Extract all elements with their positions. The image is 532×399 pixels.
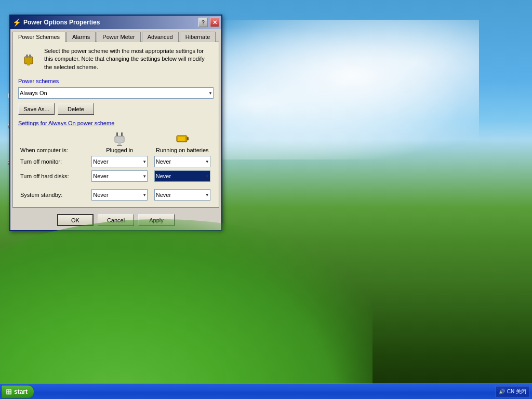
- standby-battery-cell: Never1 min2 min: [151, 188, 214, 202]
- header-description: Select the power scheme with the most ap…: [44, 47, 214, 71]
- desktop: 🖥️ My Computer 📁 My Documents 🌐 My Netwo…: [0, 0, 532, 399]
- power-icon: [18, 47, 39, 72]
- svg-rect-10: [187, 137, 189, 140]
- svg-rect-11: [178, 137, 185, 141]
- header-row: Select the power scheme with the most ap…: [18, 47, 214, 72]
- standby-plugged-cell: Never1 min2 min: [88, 188, 151, 202]
- apply-button[interactable]: Apply: [138, 214, 175, 226]
- turn-off-monitor-label: Turn off monitor:: [18, 154, 88, 169]
- battery-icon: [175, 131, 190, 146]
- turn-off-monitor-battery-select[interactable]: Never1 min2 min: [154, 156, 210, 167]
- desktop-icon-whats-new[interactable]: 🌐 What's new: [2, 296, 38, 322]
- scheme-buttons-row: Save As... Delete: [18, 103, 214, 115]
- battery-col: Running on batteries: [151, 130, 214, 154]
- turn-off-monitor-plugged-wrapper: Never1 min2 min: [91, 156, 148, 167]
- power-scheme-row: Always On Home/Office Desk Portable/Lapt…: [18, 87, 214, 99]
- turn-off-hard-disks-row: Turn off hard disks: Never1 min2 min: [18, 169, 214, 183]
- tray-time: CN 关闭: [507, 388, 526, 395]
- plugged-in-label: Plugged in: [106, 147, 133, 153]
- clip-label: CLIP: [16, 276, 29, 282]
- tab-power-schemes[interactable]: Power Schemes: [12, 32, 65, 42]
- svg-rect-1: [26, 55, 28, 58]
- standby-plugged-select[interactable]: Never1 min2 min: [91, 189, 148, 201]
- power-scheme-select-wrapper: Always On Home/Office Desk Portable/Lapt…: [18, 87, 214, 99]
- turn-off-monitor-battery-cell: Never1 min2 min: [151, 154, 214, 169]
- tabs-bar: Power Schemes Alarms Power Meter Advance…: [10, 29, 221, 42]
- system-standby-label: System standby:: [18, 188, 88, 202]
- svg-rect-8: [117, 145, 122, 146]
- turn-off-monitor-battery-wrapper: Never1 min2 min: [154, 156, 210, 167]
- tray-icon-1: 🔊: [499, 389, 505, 394]
- hard-disks-plugged-cell: Never1 min2 min: [88, 169, 151, 183]
- dialog-title: Power Options Properties: [23, 19, 196, 26]
- delete-button[interactable]: Delete: [58, 103, 94, 115]
- dialog-content-area: Select the power scheme with the most ap…: [12, 42, 219, 208]
- svg-rect-2: [29, 55, 31, 58]
- system-standby-row: System standby: Never1 min2 min: [18, 188, 214, 202]
- dialog-footer: OK Cancel Apply: [10, 210, 221, 230]
- settings-section-label: Settings for Always On power scheme: [18, 120, 214, 126]
- hard-disks-plugged-select[interactable]: Never1 min2 min: [91, 170, 148, 182]
- svg-rect-7: [118, 142, 121, 145]
- hard-disks-battery-select[interactable]: Never1 min2 min: [154, 170, 210, 182]
- running-on-batteries-label: Running on batteries: [156, 147, 209, 153]
- svg-rect-0: [24, 57, 33, 64]
- help-label: HELP: [15, 359, 30, 365]
- help-icon: 📁: [14, 341, 31, 358]
- svg-rect-3: [27, 63, 30, 65]
- taskbar-right: 🔊 CN 关闭: [495, 386, 530, 397]
- power-options-dialog: ⚡ Power Options Properties ? ✕ Power Sch…: [9, 15, 222, 231]
- settings-table: When computer is: Plugged i: [18, 130, 214, 202]
- windows-logo-icon: ⊞: [6, 388, 12, 396]
- power-scheme-select[interactable]: Always On Home/Office Desk Portable/Lapt…: [18, 87, 214, 99]
- turn-off-hard-disks-label: Turn off hard disks:: [18, 169, 88, 183]
- tab-advanced[interactable]: Advanced: [142, 32, 179, 42]
- plugged-in-icon: [112, 131, 127, 146]
- desktop-icon-help[interactable]: 📁 HELP: [4, 340, 41, 366]
- start-button[interactable]: ⊞ start: [1, 385, 34, 398]
- whats-new-label: What's new: [6, 315, 35, 321]
- help-titlebar-button[interactable]: ?: [198, 18, 208, 27]
- cancel-button[interactable]: Cancel: [98, 214, 134, 226]
- system-tray: 🔊 CN 关闭: [495, 386, 530, 397]
- tab-hibernate[interactable]: Hibernate: [180, 32, 216, 42]
- plugged-in-col: Plugged in: [88, 130, 151, 154]
- hard-disks-battery-cell: Never1 min2 min: [151, 169, 214, 183]
- desktop-icon-clip[interactable]: 📋 CLIP: [4, 257, 41, 283]
- when-computer-col: When computer is:: [18, 130, 88, 154]
- turn-off-monitor-plugged-select[interactable]: Never1 min2 min: [91, 156, 148, 167]
- turn-off-monitor-plugged-cell: Never1 min2 min: [88, 154, 151, 169]
- turn-off-monitor-row: Turn off monitor: Never1 min2 min: [18, 154, 214, 169]
- close-button[interactable]: ✕: [210, 18, 219, 27]
- clip-icon: 📋: [14, 258, 31, 275]
- standby-battery-select[interactable]: Never1 min2 min: [154, 189, 210, 201]
- hard-disks-battery-wrapper: Never1 min2 min: [154, 170, 210, 182]
- svg-rect-6: [115, 136, 124, 142]
- power-schemes-section-label: Power schemes: [18, 78, 214, 84]
- hard-disks-plugged-wrapper: Never1 min2 min: [91, 170, 148, 182]
- standby-plugged-wrapper: Never1 min2 min: [91, 189, 148, 201]
- taskbar: ⊞ start 🔊 CN 关闭: [0, 383, 532, 399]
- save-as-button[interactable]: Save As...: [18, 103, 55, 115]
- ok-button[interactable]: OK: [57, 214, 94, 226]
- dialog-titlebar: ⚡ Power Options Properties ? ✕: [10, 16, 221, 29]
- tab-alarms[interactable]: Alarms: [66, 32, 96, 42]
- start-label: start: [14, 388, 28, 395]
- standby-battery-wrapper: Never1 min2 min: [154, 189, 210, 201]
- whats-new-icon: 🌐: [12, 297, 29, 314]
- tab-power-meter[interactable]: Power Meter: [97, 32, 140, 42]
